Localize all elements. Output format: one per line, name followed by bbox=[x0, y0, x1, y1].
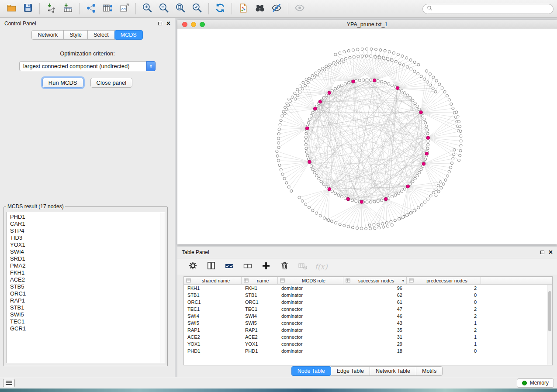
network-node[interactable] bbox=[349, 56, 351, 59]
network-node[interactable] bbox=[285, 182, 288, 184]
network-node[interactable] bbox=[365, 227, 367, 230]
network-node[interactable] bbox=[335, 222, 337, 224]
mcds-dominator-node[interactable] bbox=[384, 197, 388, 201]
network-node[interactable] bbox=[458, 120, 460, 123]
network-node[interactable] bbox=[311, 209, 314, 212]
find-button[interactable] bbox=[252, 1, 268, 16]
network-node[interactable] bbox=[409, 58, 412, 61]
network-node[interactable] bbox=[410, 68, 412, 70]
mcds-result-item[interactable]: PMA2 bbox=[10, 262, 165, 269]
show-columns-button[interactable] bbox=[205, 261, 217, 272]
network-node[interactable] bbox=[400, 190, 403, 193]
hide-selected-button[interactable] bbox=[269, 1, 284, 16]
network-node[interactable] bbox=[283, 177, 286, 180]
network-node[interactable] bbox=[387, 225, 389, 227]
network-node[interactable] bbox=[332, 62, 335, 64]
mcds-result-item[interactable]: GCR1 bbox=[10, 325, 165, 332]
network-node[interactable] bbox=[337, 86, 340, 88]
network-node[interactable] bbox=[460, 144, 462, 147]
network-node[interactable] bbox=[416, 174, 419, 177]
network-node[interactable] bbox=[423, 118, 426, 120]
network-node[interactable] bbox=[455, 111, 458, 113]
network-node[interactable] bbox=[425, 70, 428, 72]
network-node[interactable] bbox=[388, 50, 391, 53]
new-network-button[interactable] bbox=[83, 1, 99, 16]
network-node[interactable] bbox=[336, 60, 339, 62]
network-node[interactable] bbox=[277, 146, 280, 149]
network-node[interactable] bbox=[279, 124, 281, 126]
network-node[interactable] bbox=[334, 192, 337, 195]
network-node[interactable] bbox=[405, 57, 408, 59]
network-node[interactable] bbox=[429, 84, 432, 86]
column-header[interactable]: MCDS role bbox=[278, 277, 343, 284]
network-from-table-button[interactable] bbox=[100, 1, 115, 16]
search-input[interactable] bbox=[435, 5, 549, 12]
network-node[interactable] bbox=[460, 135, 462, 138]
network-node[interactable] bbox=[369, 79, 372, 81]
network-node[interactable] bbox=[353, 55, 355, 58]
zoom-out-button[interactable] bbox=[156, 1, 172, 16]
tab-edge-table[interactable]: Edge Table bbox=[331, 366, 370, 376]
network-node[interactable] bbox=[417, 72, 419, 75]
network-node[interactable] bbox=[315, 212, 318, 214]
network-node[interactable] bbox=[340, 58, 343, 61]
network-node[interactable] bbox=[281, 173, 284, 175]
minimize-window-icon[interactable] bbox=[191, 22, 196, 27]
table-row[interactable]: TEC1TEC1connector472 bbox=[184, 306, 552, 313]
network-node[interactable] bbox=[278, 164, 281, 166]
network-node[interactable] bbox=[413, 70, 416, 72]
network-node[interactable] bbox=[432, 76, 435, 79]
network-node[interactable] bbox=[325, 186, 328, 188]
tab-style[interactable]: Style bbox=[63, 30, 88, 40]
network-node[interactable] bbox=[368, 224, 371, 227]
mcds-result-item[interactable]: CAR1 bbox=[10, 220, 165, 227]
network-node[interactable] bbox=[287, 104, 290, 107]
network-node[interactable] bbox=[323, 217, 325, 220]
network-node[interactable] bbox=[276, 150, 278, 152]
search-box[interactable] bbox=[422, 4, 554, 14]
tab-motifs[interactable]: Motifs bbox=[416, 366, 443, 376]
network-node[interactable] bbox=[310, 165, 312, 167]
network-node[interactable] bbox=[377, 200, 379, 203]
table-settings-button[interactable] bbox=[187, 261, 198, 272]
network-node[interactable] bbox=[366, 48, 368, 50]
maximize-window-icon[interactable] bbox=[200, 22, 205, 27]
network-node[interactable] bbox=[437, 190, 440, 193]
network-node[interactable] bbox=[351, 226, 354, 229]
network-node[interactable] bbox=[343, 51, 346, 53]
clear-table-button[interactable] bbox=[297, 261, 308, 272]
mcds-result-item[interactable]: PHD1 bbox=[10, 213, 165, 220]
network-node[interactable] bbox=[423, 78, 426, 80]
mcds-dominator-node[interactable] bbox=[314, 107, 317, 110]
network-node[interactable] bbox=[406, 65, 408, 68]
network-node[interactable] bbox=[414, 177, 416, 180]
network-node[interactable] bbox=[320, 180, 322, 183]
network-node[interactable] bbox=[304, 143, 307, 146]
mcds-dominator-node[interactable] bbox=[305, 127, 309, 130]
network-node[interactable] bbox=[394, 194, 397, 196]
zoom-fit-button[interactable] bbox=[173, 1, 188, 16]
table-row[interactable]: RAP1RAP1dominator352 bbox=[184, 327, 552, 334]
network-node[interactable] bbox=[450, 162, 453, 165]
network-node[interactable] bbox=[453, 153, 455, 156]
network-node[interactable] bbox=[400, 89, 403, 92]
network-node[interactable] bbox=[296, 88, 299, 91]
network-node[interactable] bbox=[391, 224, 393, 226]
network-node[interactable] bbox=[442, 183, 445, 186]
network-node[interactable] bbox=[304, 140, 307, 142]
mcds-dominator-node[interactable] bbox=[346, 197, 350, 201]
table-row[interactable]: ACE2ACE2connector311 bbox=[184, 334, 552, 340]
run-mcds-button[interactable]: Run MCDS bbox=[42, 78, 83, 88]
network-node[interactable] bbox=[432, 191, 435, 194]
network-node[interactable] bbox=[358, 79, 361, 82]
network-node[interactable] bbox=[357, 55, 360, 58]
network-node[interactable] bbox=[391, 59, 393, 62]
mcds-dominator-node[interactable] bbox=[308, 160, 311, 164]
mcds-dominator-node[interactable] bbox=[328, 91, 331, 95]
network-node[interactable] bbox=[397, 53, 399, 56]
network-node[interactable] bbox=[391, 84, 393, 86]
mcds-result-item[interactable]: SWI5 bbox=[10, 311, 165, 318]
network-node[interactable] bbox=[351, 199, 353, 202]
mcds-dominator-node[interactable] bbox=[318, 100, 322, 103]
network-node[interactable] bbox=[373, 200, 376, 203]
